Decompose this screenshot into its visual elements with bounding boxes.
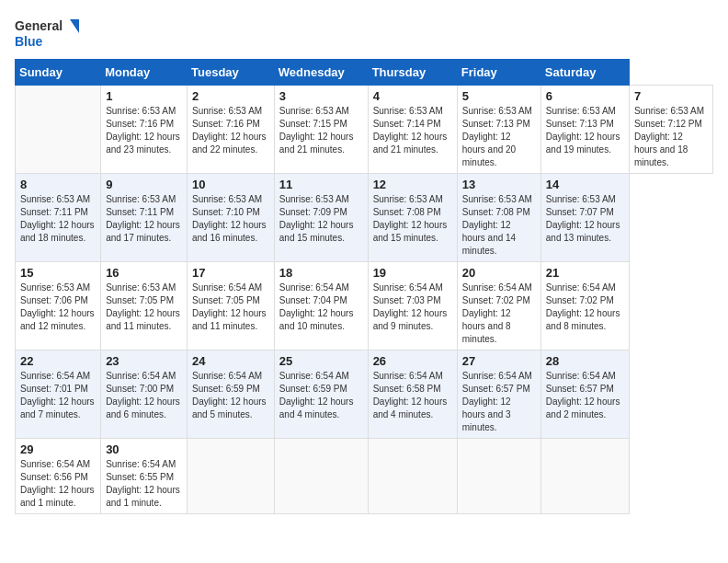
day-number: 7 [634, 89, 708, 103]
day-number: 15 [20, 266, 96, 280]
day-number: 6 [546, 89, 624, 103]
calendar-day-cell: 4 Sunrise: 6:53 AMSunset: 7:14 PMDayligh… [368, 86, 457, 174]
logo: General Blue [15, 15, 79, 52]
calendar-day-cell: 19 Sunrise: 6:54 AMSunset: 7:03 PMDaylig… [368, 262, 457, 350]
day-number: 3 [279, 89, 363, 103]
day-number: 27 [462, 354, 536, 368]
day-info: Sunrise: 6:54 AMSunset: 6:58 PMDaylight:… [373, 370, 452, 421]
day-number: 20 [462, 266, 536, 280]
calendar-day-cell: 16 Sunrise: 6:53 AMSunset: 7:05 PMDaylig… [101, 262, 188, 350]
logo-svg: General Blue [15, 15, 79, 52]
calendar-day-cell [16, 86, 101, 174]
calendar-header-cell: Wednesday [274, 60, 368, 86]
day-info: Sunrise: 6:53 AMSunset: 7:13 PMDaylight:… [462, 105, 536, 169]
calendar-day-cell: 7 Sunrise: 6:53 AMSunset: 7:12 PMDayligh… [629, 86, 712, 174]
day-info: Sunrise: 6:53 AMSunset: 7:15 PMDaylight:… [279, 105, 363, 156]
calendar-day-cell: 29 Sunrise: 6:54 AMSunset: 6:56 PMDaylig… [16, 439, 101, 514]
calendar-week-row: 8 Sunrise: 6:53 AMSunset: 7:11 PMDayligh… [16, 174, 713, 262]
day-number: 16 [106, 266, 182, 280]
day-info: Sunrise: 6:54 AMSunset: 6:59 PMDaylight:… [192, 370, 269, 421]
calendar-header: SundayMondayTuesdayWednesdayThursdayFrid… [16, 60, 713, 86]
day-info: Sunrise: 6:54 AMSunset: 6:57 PMDaylight:… [462, 370, 536, 434]
day-info: Sunrise: 6:54 AMSunset: 6:59 PMDaylight:… [279, 370, 363, 421]
day-info: Sunrise: 6:54 AMSunset: 6:55 PMDaylight:… [106, 458, 182, 510]
svg-marker-2 [70, 19, 79, 33]
calendar-day-cell: 5 Sunrise: 6:53 AMSunset: 7:13 PMDayligh… [457, 86, 540, 174]
day-info: Sunrise: 6:53 AMSunset: 7:11 PMDaylight:… [20, 193, 96, 245]
day-number: 24 [192, 354, 269, 368]
svg-text:Blue: Blue [15, 34, 43, 49]
day-number: 12 [373, 178, 452, 191]
calendar-header-cell: Tuesday [188, 60, 275, 86]
calendar-day-cell: 23 Sunrise: 6:54 AMSunset: 7:00 PMDaylig… [101, 350, 188, 439]
day-number: 19 [373, 266, 452, 280]
day-number: 30 [106, 442, 182, 456]
calendar-week-row: 29 Sunrise: 6:54 AMSunset: 6:56 PMDaylig… [16, 439, 713, 514]
calendar-day-cell: 11 Sunrise: 6:53 AMSunset: 7:09 PMDaylig… [274, 174, 368, 262]
day-number: 5 [462, 89, 536, 103]
calendar-day-cell: 25 Sunrise: 6:54 AMSunset: 6:59 PMDaylig… [274, 350, 368, 439]
day-info: Sunrise: 6:54 AMSunset: 7:00 PMDaylight:… [106, 370, 182, 421]
day-info: Sunrise: 6:53 AMSunset: 7:16 PMDaylight:… [106, 105, 182, 156]
calendar-table: SundayMondayTuesdayWednesdayThursdayFrid… [15, 59, 713, 514]
day-number: 22 [20, 354, 96, 368]
calendar-day-cell [540, 439, 629, 514]
day-info: Sunrise: 6:53 AMSunset: 7:05 PMDaylight:… [106, 282, 182, 333]
calendar-day-cell: 2 Sunrise: 6:53 AMSunset: 7:16 PMDayligh… [188, 86, 275, 174]
day-info: Sunrise: 6:53 AMSunset: 7:06 PMDaylight:… [20, 282, 96, 333]
day-number: 11 [279, 178, 363, 191]
day-info: Sunrise: 6:54 AMSunset: 6:57 PMDaylight:… [546, 370, 624, 421]
calendar-day-cell: 27 Sunrise: 6:54 AMSunset: 6:57 PMDaylig… [457, 350, 540, 439]
calendar-day-cell: 28 Sunrise: 6:54 AMSunset: 6:57 PMDaylig… [540, 350, 629, 439]
day-number: 14 [546, 178, 624, 191]
day-number: 13 [462, 178, 536, 191]
day-info: Sunrise: 6:54 AMSunset: 7:03 PMDaylight:… [373, 282, 452, 333]
calendar-week-row: 15 Sunrise: 6:53 AMSunset: 7:06 PMDaylig… [16, 262, 713, 350]
day-number: 2 [192, 89, 269, 103]
day-info: Sunrise: 6:54 AMSunset: 7:02 PMDaylight:… [462, 282, 536, 346]
calendar-day-cell [188, 439, 275, 514]
calendar-day-cell [368, 439, 457, 514]
day-info: Sunrise: 6:53 AMSunset: 7:08 PMDaylight:… [462, 193, 536, 258]
calendar-header-cell: Sunday [16, 60, 101, 86]
day-info: Sunrise: 6:54 AMSunset: 7:04 PMDaylight:… [279, 282, 363, 333]
day-info: Sunrise: 6:53 AMSunset: 7:12 PMDaylight:… [634, 105, 708, 169]
day-number: 4 [373, 89, 452, 103]
day-info: Sunrise: 6:53 AMSunset: 7:14 PMDaylight:… [373, 105, 452, 156]
calendar-day-cell: 10 Sunrise: 6:53 AMSunset: 7:10 PMDaylig… [188, 174, 275, 262]
calendar-day-cell: 8 Sunrise: 6:53 AMSunset: 7:11 PMDayligh… [16, 174, 101, 262]
calendar-day-cell: 14 Sunrise: 6:53 AMSunset: 7:07 PMDaylig… [540, 174, 629, 262]
day-number: 17 [192, 266, 269, 280]
calendar-header-cell: Friday [457, 60, 540, 86]
calendar-day-cell: 15 Sunrise: 6:53 AMSunset: 7:06 PMDaylig… [16, 262, 101, 350]
calendar-day-cell: 17 Sunrise: 6:54 AMSunset: 7:05 PMDaylig… [188, 262, 275, 350]
calendar-day-cell: 1 Sunrise: 6:53 AMSunset: 7:16 PMDayligh… [101, 86, 188, 174]
calendar-week-row: 22 Sunrise: 6:54 AMSunset: 7:01 PMDaylig… [16, 350, 713, 439]
calendar-day-cell: 9 Sunrise: 6:53 AMSunset: 7:11 PMDayligh… [101, 174, 188, 262]
svg-text:General: General [15, 18, 63, 33]
day-number: 25 [279, 354, 363, 368]
day-info: Sunrise: 6:54 AMSunset: 7:02 PMDaylight:… [546, 282, 624, 333]
calendar-day-cell: 12 Sunrise: 6:53 AMSunset: 7:08 PMDaylig… [368, 174, 457, 262]
day-info: Sunrise: 6:53 AMSunset: 7:16 PMDaylight:… [192, 105, 269, 156]
day-number: 29 [20, 442, 96, 456]
calendar-day-cell [274, 439, 368, 514]
calendar-day-cell: 3 Sunrise: 6:53 AMSunset: 7:15 PMDayligh… [274, 86, 368, 174]
calendar-day-cell: 6 Sunrise: 6:53 AMSunset: 7:13 PMDayligh… [540, 86, 629, 174]
calendar-day-cell: 22 Sunrise: 6:54 AMSunset: 7:01 PMDaylig… [16, 350, 101, 439]
calendar-day-cell: 13 Sunrise: 6:53 AMSunset: 7:08 PMDaylig… [457, 174, 540, 262]
calendar-week-row: 1 Sunrise: 6:53 AMSunset: 7:16 PMDayligh… [16, 86, 713, 174]
calendar-header-cell: Thursday [368, 60, 457, 86]
day-info: Sunrise: 6:53 AMSunset: 7:08 PMDaylight:… [373, 193, 452, 245]
day-number: 23 [106, 354, 182, 368]
calendar-day-cell: 30 Sunrise: 6:54 AMSunset: 6:55 PMDaylig… [101, 439, 188, 514]
calendar-day-cell: 24 Sunrise: 6:54 AMSunset: 6:59 PMDaylig… [188, 350, 275, 439]
calendar-day-cell: 26 Sunrise: 6:54 AMSunset: 6:58 PMDaylig… [368, 350, 457, 439]
day-number: 18 [279, 266, 363, 280]
day-number: 9 [106, 178, 182, 191]
calendar-day-cell: 18 Sunrise: 6:54 AMSunset: 7:04 PMDaylig… [274, 262, 368, 350]
day-info: Sunrise: 6:53 AMSunset: 7:13 PMDaylight:… [546, 105, 624, 156]
day-info: Sunrise: 6:53 AMSunset: 7:11 PMDaylight:… [106, 193, 182, 245]
day-info: Sunrise: 6:54 AMSunset: 6:56 PMDaylight:… [20, 458, 96, 510]
day-number: 8 [20, 178, 96, 191]
